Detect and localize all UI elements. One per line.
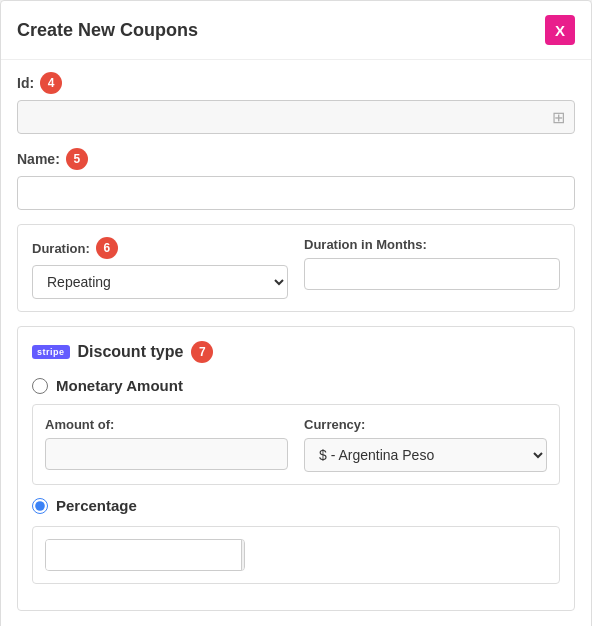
percentage-input-wrapper: 100 %	[45, 539, 245, 571]
duration-col: Duration: 6 Once Repeating Forever	[32, 237, 288, 299]
monetary-radio-input[interactable]	[32, 378, 48, 394]
discount-step-badge: 7	[191, 341, 213, 363]
percentage-radio-input[interactable]	[32, 498, 48, 514]
percentage-label-text: Percentage	[56, 497, 137, 514]
name-field-group: Name: 5 LA Pride	[17, 148, 575, 210]
modal-title: Create New Coupons	[17, 20, 198, 41]
monetary-amount-section: Amount of: 1 Currency: $ - Argentina Pes…	[32, 404, 560, 485]
duration-months-col: Duration in Months: 3	[304, 237, 560, 290]
create-coupons-modal: Create New Coupons X Id: 4 ⊞ Name: 5 LA …	[0, 0, 592, 626]
percentage-radio-option: Percentage 100 %	[32, 497, 560, 584]
name-label-text: Name:	[17, 151, 60, 167]
stripe-badge: stripe	[32, 345, 70, 359]
currency-col: Currency: $ - Argentina Peso $ - US Doll…	[304, 417, 547, 472]
close-button[interactable]: X	[545, 15, 575, 45]
id-step-badge: 4	[40, 72, 62, 94]
duration-row: Duration: 6 Once Repeating Forever Durat…	[17, 224, 575, 312]
duration-months-input[interactable]: 3	[304, 258, 560, 290]
duration-label-text: Duration:	[32, 241, 90, 256]
id-copy-icon: ⊞	[552, 108, 565, 127]
id-input-wrapper: ⊞	[17, 100, 575, 134]
monetary-radio-option: Monetary Amount Amount of: 1 Currency: $…	[32, 377, 560, 485]
amount-row: Amount of: 1 Currency: $ - Argentina Pes…	[45, 417, 547, 472]
amount-label: Amount of:	[45, 417, 288, 432]
id-field-group: Id: 4 ⊞	[17, 72, 575, 134]
name-input[interactable]: LA Pride	[17, 176, 575, 210]
name-step-badge: 5	[66, 148, 88, 170]
percent-suffix: %	[241, 540, 245, 570]
modal-body: Id: 4 ⊞ Name: 5 LA Pride Duration: 6	[1, 60, 591, 626]
duration-step-badge: 6	[96, 237, 118, 259]
monetary-label-text: Monetary Amount	[56, 377, 183, 394]
currency-select[interactable]: $ - Argentina Peso $ - US Dollar € - Eur…	[304, 438, 547, 472]
monetary-radio-label[interactable]: Monetary Amount	[32, 377, 560, 394]
amount-col: Amount of: 1	[45, 417, 288, 470]
discount-section: stripe Discount type 7 Monetary Amount A…	[17, 326, 575, 611]
currency-label: Currency:	[304, 417, 547, 432]
id-label-text: Id:	[17, 75, 34, 91]
percentage-section: 100 %	[32, 526, 560, 584]
id-field-label: Id: 4	[17, 72, 575, 94]
duration-months-label: Duration in Months:	[304, 237, 560, 252]
percentage-input[interactable]: 100	[46, 540, 241, 570]
discount-header: stripe Discount type 7	[32, 341, 560, 363]
id-input[interactable]	[17, 100, 575, 134]
amount-input[interactable]: 1	[45, 438, 288, 470]
name-field-label: Name: 5	[17, 148, 575, 170]
duration-months-label-text: Duration in Months:	[304, 237, 427, 252]
percentage-radio-label[interactable]: Percentage	[32, 497, 560, 514]
discount-title: Discount type	[78, 343, 184, 361]
duration-label: Duration: 6	[32, 237, 288, 259]
modal-header: Create New Coupons X	[1, 1, 591, 60]
duration-select[interactable]: Once Repeating Forever	[32, 265, 288, 299]
